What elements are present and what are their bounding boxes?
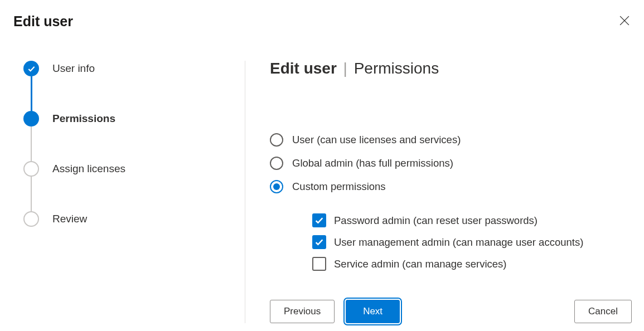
step-review[interactable]: Review	[23, 211, 245, 227]
step-permissions[interactable]: Permissions	[23, 111, 245, 126]
checkbox-password-admin[interactable]: Password admin (can reset user passwords…	[312, 213, 632, 227]
checkmark-icon	[314, 237, 324, 247]
step-label: Permissions	[52, 113, 115, 125]
checkbox-icon	[312, 235, 326, 249]
radio-custom-permissions[interactable]: Custom permissions	[270, 180, 632, 193]
step-indicator-current	[23, 111, 39, 126]
step-connector	[31, 76, 32, 111]
radio-icon	[270, 133, 283, 147]
radio-label: User (can use licenses and services)	[292, 134, 461, 146]
step-connector	[31, 177, 32, 211]
close-icon	[619, 16, 630, 26]
step-user-info[interactable]: User info	[23, 61, 245, 76]
checkbox-icon	[312, 213, 326, 227]
next-button[interactable]: Next	[346, 300, 400, 323]
checkbox-icon	[312, 257, 326, 271]
checkbox-label: User management admin (can manage user a…	[334, 236, 583, 249]
step-assign-licenses[interactable]: Assign licenses	[23, 161, 245, 177]
permissions-radio-group: User (can use licenses and services) Glo…	[270, 133, 632, 271]
cancel-button[interactable]: Cancel	[574, 300, 632, 323]
radio-user[interactable]: User (can use licenses and services)	[270, 133, 632, 147]
step-label: User info	[52, 62, 95, 75]
custom-permissions-checkboxes: Password admin (can reset user passwords…	[312, 213, 632, 271]
checkbox-label: Password admin (can reset user passwords…	[334, 215, 538, 227]
panel-header: Edit user	[0, 0, 644, 30]
page-heading: Edit user | Permissions	[270, 60, 632, 77]
step-indicator-upcoming	[23, 211, 39, 227]
panel-title: Edit user	[13, 13, 73, 30]
heading-separator: |	[343, 60, 347, 77]
close-button[interactable]	[617, 13, 632, 30]
radio-icon	[270, 180, 283, 193]
step-indicator-upcoming	[23, 161, 39, 177]
radio-icon	[270, 157, 283, 170]
steps-container: User info Permissions Assign licenses Re…	[23, 61, 245, 227]
wizard-stepper: User info Permissions Assign licenses Re…	[23, 61, 245, 323]
checkbox-label: Service admin (can manage services)	[334, 258, 507, 270]
main-content: Edit user | Permissions User (can use li…	[245, 61, 632, 323]
heading-context: Edit user	[270, 60, 337, 77]
checkmark-icon	[314, 216, 324, 225]
radio-label: Global admin (has full permissions)	[292, 157, 453, 169]
step-label: Review	[52, 213, 87, 225]
heading-step: Permissions	[354, 60, 439, 77]
step-label: Assign licenses	[52, 163, 125, 175]
step-connector	[31, 126, 32, 161]
step-indicator-completed	[23, 61, 39, 76]
radio-global-admin[interactable]: Global admin (has full permissions)	[270, 157, 632, 170]
checkbox-user-management-admin[interactable]: User management admin (can manage user a…	[312, 235, 632, 249]
radio-label: Custom permissions	[292, 181, 386, 193]
previous-button[interactable]: Previous	[270, 300, 335, 323]
content-wrap: User info Permissions Assign licenses Re…	[0, 30, 644, 323]
checkbox-service-admin[interactable]: Service admin (can manage services)	[312, 257, 632, 271]
checkmark-icon	[27, 65, 36, 73]
wizard-button-row: Previous Next Cancel	[270, 300, 632, 323]
